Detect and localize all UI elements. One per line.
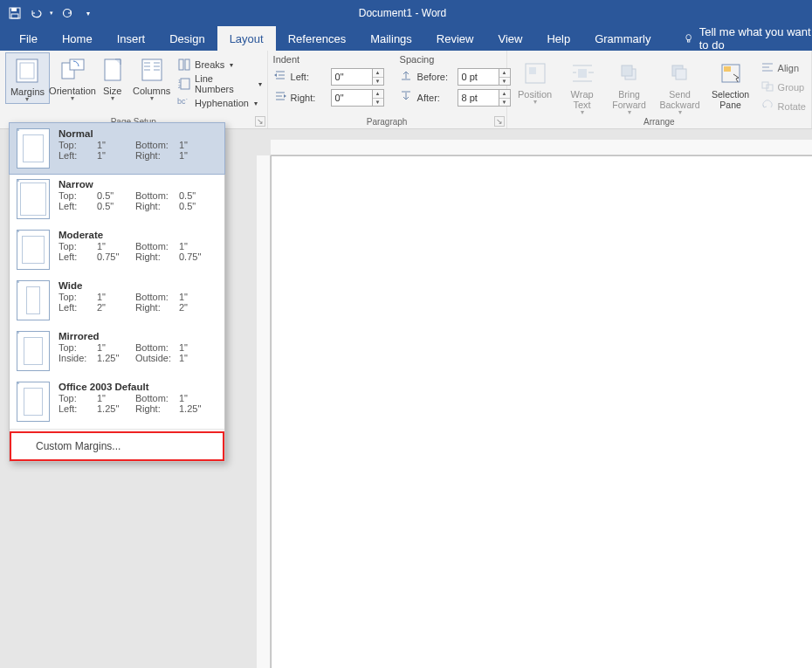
rotate-label: Rotate bbox=[778, 101, 806, 112]
spacing-before-input[interactable]: ▲▼ bbox=[458, 68, 511, 86]
margin-thumb-icon bbox=[17, 179, 50, 219]
menu-separator bbox=[10, 429, 224, 430]
tab-insert[interactable]: Insert bbox=[105, 26, 158, 51]
wrap-text-icon bbox=[568, 59, 596, 87]
indent-left-icon bbox=[273, 70, 287, 84]
paragraph-dialog-launcher[interactable]: ↘ bbox=[494, 116, 505, 127]
document-page[interactable] bbox=[271, 155, 812, 668]
position-icon bbox=[521, 59, 549, 87]
indent-left-input[interactable]: ▲▼ bbox=[331, 68, 384, 86]
indent-head: Indent bbox=[273, 54, 384, 65]
rotate-button[interactable]: Rotate bbox=[760, 98, 806, 115]
tab-grammarly[interactable]: Grammarly bbox=[582, 26, 663, 51]
horizontal-ruler[interactable] bbox=[271, 140, 812, 155]
selection-pane-button[interactable]: Selection Pane bbox=[708, 56, 754, 116]
tab-mailings[interactable]: Mailings bbox=[358, 26, 424, 51]
orientation-icon bbox=[58, 56, 86, 84]
send-backward-button[interactable]: Send Backward▾ bbox=[657, 56, 703, 116]
svg-rect-5 bbox=[688, 40, 690, 42]
svg-rect-25 bbox=[578, 69, 587, 78]
qat-customize[interactable]: ▾ bbox=[79, 3, 98, 23]
svg-rect-29 bbox=[676, 69, 686, 79]
tab-references[interactable]: References bbox=[276, 26, 358, 51]
tell-me-label: Tell me what you want to do bbox=[699, 25, 812, 52]
tab-home[interactable]: Home bbox=[50, 26, 105, 51]
vertical-ruler[interactable] bbox=[257, 155, 271, 668]
hyphenation-icon: bc- bbox=[177, 96, 191, 110]
tab-design[interactable]: Design bbox=[157, 26, 217, 51]
selection-pane-label: Selection Pane bbox=[708, 89, 754, 110]
send-backward-label: Send Backward bbox=[657, 89, 703, 110]
margin-option-name: Mirrored bbox=[58, 331, 217, 341]
group-objects-label: Group bbox=[778, 82, 805, 93]
line-numbers-button[interactable]: 12 Line Numbers▾ bbox=[177, 75, 261, 93]
bring-forward-button[interactable]: Bring Forward▾ bbox=[607, 56, 652, 116]
spacing-after-label: After: bbox=[417, 93, 454, 103]
bring-forward-icon bbox=[616, 59, 643, 87]
svg-rect-18 bbox=[179, 59, 183, 70]
quick-access-toolbar: ▾ ▾ bbox=[0, 3, 98, 23]
align-button[interactable]: Align bbox=[760, 59, 806, 77]
position-button[interactable]: Position▾ bbox=[513, 56, 558, 116]
custom-margins-menu-item[interactable]: Custom Margins... bbox=[10, 431, 224, 461]
page-setup-dialog-launcher[interactable]: ↘ bbox=[255, 116, 265, 127]
breaks-label: Breaks bbox=[195, 59, 224, 70]
margin-thumb-icon bbox=[17, 382, 50, 422]
tab-file[interactable]: File bbox=[7, 26, 50, 51]
margin-option-name: Narrow bbox=[58, 179, 217, 189]
margin-thumb-icon bbox=[17, 331, 50, 371]
margin-option-info: Office 2003 Default Top:1"Bottom:1" Left… bbox=[58, 382, 217, 414]
margin-option-name: Wide bbox=[58, 280, 217, 291]
tell-me-search[interactable]: Tell me what you want to do bbox=[684, 26, 812, 51]
window-title: Document1 - Word bbox=[98, 7, 707, 19]
group-arrange: Position▾ Wrap Text▾ Bring Forward▾ Send… bbox=[507, 51, 812, 128]
orientation-button[interactable]: Orientation▾ bbox=[50, 52, 95, 102]
margin-option-office-2003-default[interactable]: Office 2003 Default Top:1"Bottom:1" Left… bbox=[10, 376, 224, 427]
indent-right-label: Right: bbox=[291, 93, 327, 103]
margins-button[interactable]: Margins▾ bbox=[5, 52, 50, 104]
wrap-text-label: Wrap Text bbox=[563, 89, 602, 110]
titlebar: ▾ ▾ Document1 - Word bbox=[0, 0, 812, 26]
margin-option-moderate[interactable]: Moderate Top:1"Bottom:1" Left:0.75"Right… bbox=[10, 224, 224, 275]
wrap-text-button[interactable]: Wrap Text▾ bbox=[563, 56, 602, 116]
margin-option-wide[interactable]: Wide Top:1"Bottom:1" Left:2"Right:2" bbox=[10, 275, 224, 326]
margin-option-name: Office 2003 Default bbox=[58, 382, 217, 392]
align-icon bbox=[760, 61, 774, 75]
hyphenation-label: Hyphenation bbox=[195, 98, 249, 108]
indent-right-icon bbox=[273, 91, 287, 105]
margin-option-narrow[interactable]: Narrow Top:0.5"Bottom:0.5" Left:0.5"Righ… bbox=[10, 174, 224, 224]
margin-thumb-icon bbox=[17, 230, 50, 270]
tab-help[interactable]: Help bbox=[534, 26, 582, 51]
svg-rect-1 bbox=[11, 8, 17, 11]
tab-review[interactable]: Review bbox=[424, 26, 486, 51]
arrange-group-label: Arrange bbox=[513, 117, 806, 128]
group-objects-button[interactable]: Group bbox=[760, 79, 806, 96]
margin-option-name: Moderate bbox=[58, 230, 217, 240]
breaks-button[interactable]: Breaks▾ bbox=[177, 56, 261, 73]
margin-option-mirrored[interactable]: Mirrored Top:1"Bottom:1" Inside:1.25"Out… bbox=[10, 326, 224, 376]
tab-layout[interactable]: Layout bbox=[217, 26, 276, 51]
line-numbers-label: Line Numbers bbox=[195, 73, 252, 94]
size-button[interactable]: Size▾ bbox=[95, 52, 129, 102]
columns-button[interactable]: Columns▾ bbox=[129, 52, 174, 102]
ribbon-tabs: File Home Insert Design Layout Reference… bbox=[0, 26, 812, 51]
lightbulb-icon bbox=[684, 32, 693, 45]
tab-view[interactable]: View bbox=[485, 26, 534, 51]
svg-rect-10 bbox=[105, 59, 120, 80]
undo-dropdown[interactable]: ▾ bbox=[47, 3, 56, 23]
svg-rect-24 bbox=[529, 67, 536, 74]
hyphenation-button[interactable]: bc- Hyphenation▾ bbox=[177, 94, 261, 112]
svg-rect-9 bbox=[70, 59, 84, 70]
spacing-after-input[interactable]: ▲▼ bbox=[458, 89, 511, 107]
group-icon bbox=[760, 80, 774, 94]
spacing-before-label: Before: bbox=[417, 72, 454, 82]
svg-text:2: 2 bbox=[178, 84, 181, 89]
margin-option-info: Moderate Top:1"Bottom:1" Left:0.75"Right… bbox=[58, 230, 217, 262]
rotate-icon bbox=[760, 100, 774, 114]
redo-button[interactable] bbox=[58, 3, 77, 23]
indent-right-input[interactable]: ▲▼ bbox=[331, 89, 384, 107]
margin-option-normal[interactable]: Normal Top:1"Bottom:1" Left:1"Right:1" bbox=[9, 122, 225, 175]
spacing-before-icon bbox=[400, 70, 414, 84]
undo-button[interactable] bbox=[26, 3, 45, 23]
save-button[interactable] bbox=[5, 3, 24, 23]
